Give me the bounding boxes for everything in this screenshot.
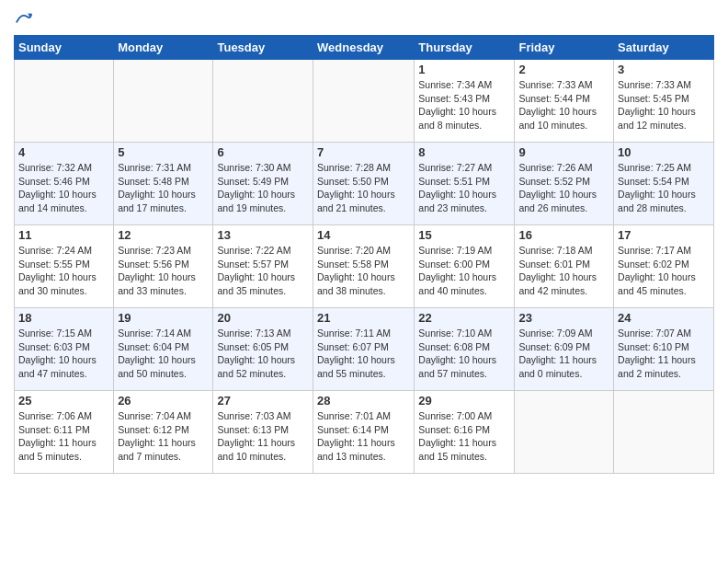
day-info: Sunrise: 7:31 AM Sunset: 5:48 PM Dayligh… (118, 161, 209, 215)
calendar-week-row: 11Sunrise: 7:24 AM Sunset: 5:55 PM Dayli… (15, 225, 714, 308)
day-info: Sunrise: 7:25 AM Sunset: 5:54 PM Dayligh… (618, 161, 710, 215)
day-info: Sunrise: 7:17 AM Sunset: 6:02 PM Dayligh… (618, 244, 710, 298)
day-info: Sunrise: 7:30 AM Sunset: 5:49 PM Dayligh… (217, 161, 309, 215)
day-number: 6 (217, 145, 309, 159)
day-info: Sunrise: 7:26 AM Sunset: 5:52 PM Dayligh… (518, 161, 609, 215)
calendar-cell (15, 60, 114, 143)
calendar-cell: 11Sunrise: 7:24 AM Sunset: 5:55 PM Dayli… (15, 225, 114, 308)
day-info: Sunrise: 7:01 AM Sunset: 6:14 PM Dayligh… (317, 409, 410, 464)
calendar-cell: 3Sunrise: 7:33 AM Sunset: 5:45 PM Daylig… (614, 60, 714, 143)
day-info: Sunrise: 7:24 AM Sunset: 5:55 PM Dayligh… (18, 244, 109, 298)
day-info: Sunrise: 7:23 AM Sunset: 5:56 PM Dayligh… (118, 244, 209, 298)
calendar-cell: 17Sunrise: 7:17 AM Sunset: 6:02 PM Dayli… (614, 225, 714, 308)
day-info: Sunrise: 7:10 AM Sunset: 6:08 PM Dayligh… (418, 327, 510, 381)
day-number: 20 (217, 311, 309, 325)
day-info: Sunrise: 7:32 AM Sunset: 5:46 PM Dayligh… (18, 161, 109, 215)
day-of-week-header: Wednesday (313, 36, 415, 60)
calendar-cell: 25Sunrise: 7:06 AM Sunset: 6:11 PM Dayli… (15, 391, 114, 474)
day-info: Sunrise: 7:13 AM Sunset: 6:05 PM Dayligh… (217, 327, 309, 381)
day-number: 27 (217, 394, 309, 408)
calendar-cell: 5Sunrise: 7:31 AM Sunset: 5:48 PM Daylig… (114, 143, 213, 225)
day-number: 8 (418, 145, 510, 159)
day-info: Sunrise: 7:15 AM Sunset: 6:03 PM Dayligh… (18, 327, 109, 381)
calendar-cell: 18Sunrise: 7:15 AM Sunset: 6:03 PM Dayli… (15, 308, 114, 391)
day-info: Sunrise: 7:27 AM Sunset: 5:51 PM Dayligh… (418, 161, 510, 215)
calendar-cell: 7Sunrise: 7:28 AM Sunset: 5:50 PM Daylig… (313, 143, 415, 225)
day-number: 23 (518, 311, 609, 325)
calendar-cell (114, 60, 213, 143)
calendar-cell: 19Sunrise: 7:14 AM Sunset: 6:04 PM Dayli… (114, 308, 213, 391)
day-number: 17 (618, 228, 710, 242)
day-number: 7 (317, 145, 410, 159)
calendar-cell: 4Sunrise: 7:32 AM Sunset: 5:46 PM Daylig… (15, 143, 114, 225)
day-info: Sunrise: 7:07 AM Sunset: 6:10 PM Dayligh… (618, 327, 710, 381)
day-of-week-header: Tuesday (213, 36, 313, 60)
day-number: 11 (18, 228, 109, 242)
day-number: 24 (618, 311, 710, 325)
calendar-cell: 29Sunrise: 7:00 AM Sunset: 6:16 PM Dayli… (415, 391, 515, 474)
calendar-cell: 6Sunrise: 7:30 AM Sunset: 5:49 PM Daylig… (213, 143, 313, 225)
page-header (14, 9, 714, 29)
day-number: 29 (418, 394, 510, 408)
calendar-cell: 20Sunrise: 7:13 AM Sunset: 6:05 PM Dayli… (213, 308, 313, 391)
day-number: 26 (118, 394, 209, 408)
day-number: 10 (618, 145, 710, 159)
calendar-cell: 1Sunrise: 7:34 AM Sunset: 5:43 PM Daylig… (415, 60, 515, 143)
calendar-cell: 15Sunrise: 7:19 AM Sunset: 6:00 PM Dayli… (415, 225, 515, 308)
calendar-header-row: SundayMondayTuesdayWednesdayThursdayFrid… (15, 36, 714, 60)
calendar-cell (515, 391, 614, 474)
calendar-cell: 13Sunrise: 7:22 AM Sunset: 5:57 PM Dayli… (213, 225, 313, 308)
day-info: Sunrise: 7:33 AM Sunset: 5:44 PM Dayligh… (518, 78, 609, 132)
calendar-cell (313, 60, 415, 143)
day-number: 9 (518, 145, 609, 159)
day-number: 19 (118, 311, 209, 325)
calendar-cell: 8Sunrise: 7:27 AM Sunset: 5:51 PM Daylig… (415, 143, 515, 225)
day-number: 13 (217, 228, 309, 242)
day-info: Sunrise: 7:34 AM Sunset: 5:43 PM Dayligh… (418, 78, 510, 132)
calendar-cell: 28Sunrise: 7:01 AM Sunset: 6:14 PM Dayli… (313, 391, 415, 474)
day-number: 16 (518, 228, 609, 242)
day-number: 12 (118, 228, 209, 242)
day-of-week-header: Friday (515, 36, 614, 60)
calendar-week-row: 18Sunrise: 7:15 AM Sunset: 6:03 PM Dayli… (15, 308, 714, 391)
calendar-cell: 10Sunrise: 7:25 AM Sunset: 5:54 PM Dayli… (614, 143, 714, 225)
day-number: 14 (317, 228, 410, 242)
day-number: 28 (317, 394, 410, 408)
calendar-cell: 16Sunrise: 7:18 AM Sunset: 6:01 PM Dayli… (515, 225, 614, 308)
day-of-week-header: Thursday (415, 36, 515, 60)
day-number: 2 (518, 63, 609, 76)
calendar-cell: 27Sunrise: 7:03 AM Sunset: 6:13 PM Dayli… (213, 391, 313, 474)
calendar-cell: 24Sunrise: 7:07 AM Sunset: 6:10 PM Dayli… (614, 308, 714, 391)
day-number: 5 (118, 145, 209, 159)
calendar-cell: 26Sunrise: 7:04 AM Sunset: 6:12 PM Dayli… (114, 391, 213, 474)
day-info: Sunrise: 7:09 AM Sunset: 6:09 PM Dayligh… (518, 327, 609, 381)
logo-icon (16, 9, 32, 26)
day-info: Sunrise: 7:33 AM Sunset: 5:45 PM Dayligh… (618, 78, 710, 132)
day-number: 22 (418, 311, 510, 325)
day-info: Sunrise: 7:28 AM Sunset: 5:50 PM Dayligh… (317, 161, 410, 215)
day-info: Sunrise: 7:14 AM Sunset: 6:04 PM Dayligh… (118, 327, 209, 381)
day-number: 4 (18, 145, 109, 159)
day-info: Sunrise: 7:11 AM Sunset: 6:07 PM Dayligh… (317, 327, 410, 381)
day-info: Sunrise: 7:22 AM Sunset: 5:57 PM Dayligh… (217, 244, 309, 298)
calendar-week-row: 4Sunrise: 7:32 AM Sunset: 5:46 PM Daylig… (15, 143, 714, 225)
calendar-week-row: 25Sunrise: 7:06 AM Sunset: 6:11 PM Dayli… (15, 391, 714, 474)
day-number: 1 (418, 63, 510, 76)
day-of-week-header: Sunday (15, 36, 114, 60)
calendar-cell: 22Sunrise: 7:10 AM Sunset: 6:08 PM Dayli… (415, 308, 515, 391)
day-number: 18 (18, 311, 109, 325)
calendar-week-row: 1Sunrise: 7:34 AM Sunset: 5:43 PM Daylig… (15, 60, 714, 143)
day-info: Sunrise: 7:03 AM Sunset: 6:13 PM Dayligh… (217, 409, 309, 464)
day-number: 15 (418, 228, 510, 242)
calendar-cell: 23Sunrise: 7:09 AM Sunset: 6:09 PM Dayli… (515, 308, 614, 391)
calendar-cell (614, 391, 714, 474)
day-of-week-header: Monday (114, 36, 213, 60)
day-info: Sunrise: 7:06 AM Sunset: 6:11 PM Dayligh… (18, 409, 109, 464)
day-info: Sunrise: 7:00 AM Sunset: 6:16 PM Dayligh… (418, 409, 510, 464)
calendar-cell: 12Sunrise: 7:23 AM Sunset: 5:56 PM Dayli… (114, 225, 213, 308)
day-number: 25 (18, 394, 109, 408)
day-info: Sunrise: 7:20 AM Sunset: 5:58 PM Dayligh… (317, 244, 410, 298)
calendar-cell (213, 60, 313, 143)
day-info: Sunrise: 7:18 AM Sunset: 6:01 PM Dayligh… (518, 244, 609, 298)
calendar-cell: 2Sunrise: 7:33 AM Sunset: 5:44 PM Daylig… (515, 60, 614, 143)
